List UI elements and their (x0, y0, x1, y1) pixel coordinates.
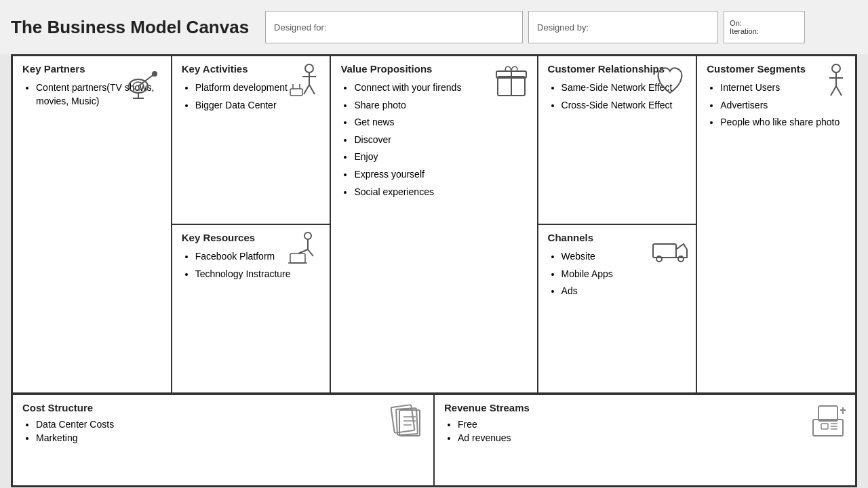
list-item: Ad revenues (458, 432, 846, 443)
list-item: People who like share photo (720, 116, 846, 129)
list-item: Social experiences (354, 186, 527, 199)
svg-point-17 (832, 64, 840, 73)
cost-structure-list: Data Center Costs Marketing (22, 419, 424, 443)
svg-rect-28 (653, 244, 676, 258)
canvas: Key Partners Content partners(TV shows, … (11, 54, 857, 487)
svg-point-6 (305, 64, 313, 73)
list-item: Get news (354, 116, 527, 129)
key-activities-icon (283, 60, 324, 101)
revenue-streams-title: Revenue Streams (444, 402, 846, 413)
revenue-streams-icon (808, 401, 848, 447)
cost-structure-title: Cost Structure (22, 402, 424, 413)
key-resources-icon (283, 229, 324, 270)
cost-structure-cell: Cost Structure Data Center Costs Marketi… (12, 394, 434, 486)
revenue-streams-cell: Revenue Streams Free Ad revenues (434, 394, 856, 486)
svg-rect-39 (821, 424, 828, 429)
app-title: The Business Model Canvas (11, 17, 249, 38)
cost-structure-icon (386, 401, 427, 447)
channels-cell: Channels Website Mobile Apps Ads (538, 224, 697, 393)
corner-box: On: Iteration: (724, 11, 805, 43)
key-partners-icon (125, 60, 165, 101)
svg-rect-38 (818, 406, 837, 421)
designed-by-label: Designed by: (537, 22, 589, 33)
svg-line-9 (304, 85, 309, 94)
svg-point-22 (304, 232, 311, 239)
list-item: Express yourself (354, 168, 527, 182)
key-resources-cell: Key Resources Facebook Platform Technolo… (172, 224, 331, 393)
key-activities-cell: Key Activities Platform development Bigg… (172, 56, 331, 224)
svg-line-21 (836, 86, 842, 96)
designed-for-box[interactable]: Designed for: (265, 11, 523, 43)
designed-by-box[interactable]: Designed by: (528, 11, 718, 43)
key-partners-cell: Key Partners Content partners(TV shows, … (12, 56, 172, 393)
svg-rect-11 (290, 89, 302, 96)
list-item: Marketing (36, 432, 424, 443)
bottom-grid: Cost Structure Data Center Costs Marketi… (12, 394, 856, 486)
channels-icon (650, 229, 690, 270)
iteration-label: Iteration: (730, 27, 799, 35)
value-propositions-cell: Value Propositions Connect with your fir… (330, 56, 537, 393)
list-item: Ads (561, 285, 687, 298)
main-grid: Key Partners Content partners(TV shows, … (12, 56, 856, 394)
value-propositions-icon (491, 60, 532, 101)
designed-for-label: Designed for: (274, 22, 326, 33)
svg-line-10 (309, 85, 315, 94)
list-item: Enjoy (354, 150, 527, 164)
customer-segments-cell: Customer Segments Internet Users Adverti… (696, 56, 856, 393)
list-item: Data Center Costs (36, 419, 424, 430)
svg-line-26 (298, 249, 308, 253)
list-item: Discover (354, 134, 527, 147)
on-label: On: (730, 19, 799, 27)
customer-relationships-cell: Customer Relationships Same-Side Network… (538, 56, 697, 224)
svg-line-27 (308, 249, 313, 256)
svg-rect-24 (290, 253, 305, 263)
customer-segments-icon (809, 60, 850, 101)
list-item: Free (458, 419, 846, 430)
revenue-streams-list: Free Ad revenues (444, 419, 846, 443)
top-bar: The Business Model Canvas Designed for: … (0, 0, 868, 54)
svg-point-3 (152, 71, 157, 77)
svg-line-20 (831, 86, 836, 96)
customer-relationships-icon (650, 60, 690, 101)
